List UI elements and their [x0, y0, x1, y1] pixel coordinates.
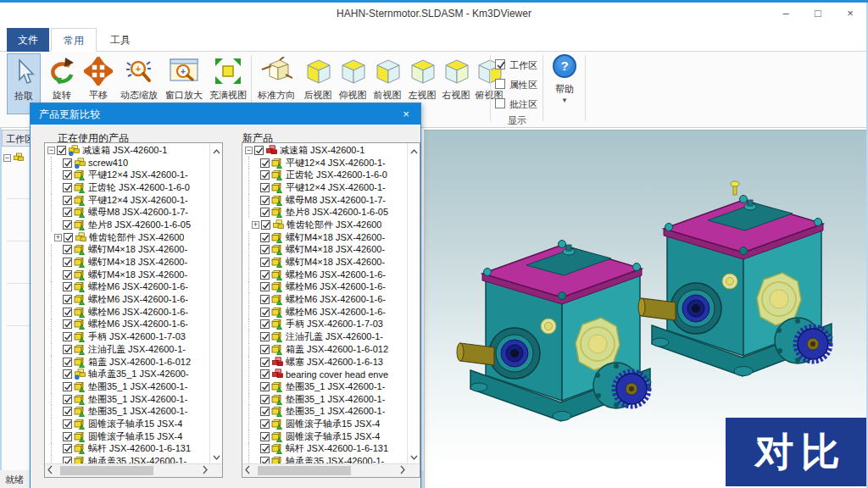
current-product-tree-item[interactable]: 正齿轮 JSX-42600-1-6-0	[46, 181, 209, 194]
current-product-tree-item[interactable]: 平键12×4 JSX-42600-1-	[46, 194, 209, 207]
new-product-tree-item[interactable]: 螺栓M6 JSX-42600-1-6-	[243, 281, 407, 294]
item-checkbox[interactable]	[260, 258, 270, 267]
viewport-3d[interactable]: 对比	[424, 130, 868, 488]
maximize-button[interactable]: □	[804, 3, 832, 25]
current-product-tree-item[interactable]: 螺栓M6 JSX-42600-1-6-	[46, 281, 209, 294]
current-product-tree-item[interactable]: 平键12×4 JSX-42600-1-	[46, 169, 209, 181]
item-checkbox[interactable]	[260, 395, 270, 404]
new-product-tree-item[interactable]: 垫圈35_1 JSX-42600-1-	[243, 380, 407, 393]
scroll-left-icon[interactable]	[47, 465, 53, 477]
item-checkbox[interactable]	[63, 270, 72, 280]
scrollbar-thumb[interactable]	[258, 466, 351, 475]
tree-expand-icon[interactable]: +	[252, 221, 259, 229]
tree-collapse-icon[interactable]: −	[245, 147, 253, 154]
tree-collapse-icon[interactable]: −	[47, 147, 55, 154]
dialog-close-button[interactable]: ×	[397, 106, 415, 122]
item-checkbox[interactable]	[260, 196, 270, 205]
current-product-tree-item[interactable]: 垫圈35_1 JSX-42600-1-	[46, 393, 209, 406]
current-product-tree-item[interactable]: 垫圈35_1 JSX-42600-1-	[46, 405, 209, 418]
properties-checkbox-row[interactable]: 属性区	[495, 76, 542, 96]
current-product-tree-item[interactable]: +锥齿轮部件 JSX-42600	[46, 231, 209, 244]
new-product-tree-item[interactable]: 平键12×4 JSX-42600-1-	[243, 157, 407, 169]
item-checkbox[interactable]	[63, 295, 72, 304]
item-checkbox[interactable]	[63, 457, 72, 463]
item-checkbox[interactable]	[260, 245, 270, 254]
item-checkbox[interactable]	[260, 444, 270, 453]
current-product-tree-item[interactable]: 注油孔盖 JSX-42600-1-	[46, 343, 209, 356]
item-checkbox[interactable]	[260, 233, 270, 242]
scroll-up-icon[interactable]	[408, 145, 420, 157]
current-product-tree-item[interactable]: 螺栓M6 JSX-42600-1-6-	[46, 293, 209, 306]
item-checkbox[interactable]	[260, 183, 270, 192]
minimize-button[interactable]: –	[771, 3, 800, 25]
current-product-tree-item[interactable]: 轴承盖35 JSX-42600-1-	[46, 455, 209, 463]
current-product-tree-item[interactable]: screw410	[46, 157, 209, 169]
workspace-tree-root[interactable]: −	[3, 152, 25, 164]
current-product-tree-item[interactable]: 螺钉M4×18 JSX-42600-	[46, 256, 209, 269]
scroll-right-icon[interactable]	[400, 465, 405, 477]
item-checkbox[interactable]	[63, 382, 72, 391]
current-product-tree-item[interactable]: 螺钉M4×18 JSX-42600-	[46, 244, 209, 257]
item-checkbox[interactable]	[260, 295, 270, 304]
new-product-tree-item[interactable]: 轴承盖35 JSX-42600-1-	[243, 455, 407, 463]
dialog-title-bar[interactable]: 产品更新比较 ×	[31, 103, 420, 125]
new-product-tree-item[interactable]: 平键12×4 JSX-42600-1-	[243, 181, 407, 194]
workspace-panel-tab[interactable]: 工作区	[2, 130, 33, 147]
new-product-tree-item[interactable]: +锥齿轮部件 JSX-42600	[243, 219, 407, 231]
right-view-button[interactable]: 右视图	[440, 53, 472, 125]
new-product-tree-item[interactable]: 垫片8 JSX-42600-1-6-05	[243, 206, 407, 219]
item-checkbox[interactable]	[63, 319, 72, 329]
item-checkbox[interactable]	[63, 432, 72, 441]
item-checkbox[interactable]	[63, 196, 72, 205]
new-product-tree-item[interactable]: 正齿轮 JSX-42600-1-6-0	[243, 169, 407, 181]
current-product-tree[interactable]: −减速箱 JSX-42600-1screw410平键12×4 JSX-42600…	[44, 142, 223, 478]
item-checkbox[interactable]	[260, 358, 270, 367]
item-checkbox[interactable]	[63, 170, 72, 180]
scroll-up-icon[interactable]	[210, 145, 222, 157]
item-checkbox[interactable]	[64, 233, 73, 242]
item-checkbox[interactable]	[63, 407, 72, 416]
item-checkbox[interactable]	[63, 208, 72, 217]
vertical-scrollbar[interactable]	[209, 143, 222, 464]
scroll-right-icon[interactable]	[203, 465, 208, 477]
new-product-tree-item[interactable]: 圆锥滚子轴承15 JSX-4	[243, 430, 407, 443]
item-checkbox[interactable]	[63, 245, 72, 254]
new-product-tree-item[interactable]: 垫圈35_1 JSX-42600-1-	[243, 393, 407, 406]
workspace-checkbox-row[interactable]: 工作区	[495, 57, 542, 76]
item-checkbox[interactable]	[260, 432, 270, 441]
item-checkbox[interactable]	[260, 208, 270, 217]
current-product-tree-item[interactable]: 螺母M8 JSX-42600-1-7-	[46, 206, 209, 219]
tab-common[interactable]: 常用	[51, 28, 97, 52]
item-checkbox[interactable]	[63, 258, 72, 267]
new-product-tree-item[interactable]: bearing cover head enve	[243, 368, 407, 380]
new-product-tree-item[interactable]: 垫圈35_1 JSX-42600-1-	[243, 405, 407, 418]
item-checkbox[interactable]	[63, 419, 72, 429]
item-checkbox[interactable]	[260, 332, 270, 341]
current-product-tree-item[interactable]: 螺栓M6 JSX-42600-1-6-	[46, 319, 209, 331]
new-product-tree-item[interactable]: 螺母M8 JSX-42600-1-7-	[243, 194, 407, 207]
annotation-checkbox-row[interactable]: 批注区	[495, 96, 542, 115]
new-product-tree-item[interactable]: 手柄 JSX-42600-1-7-03	[243, 319, 407, 331]
new-product-tree-item[interactable]: 螺钉M4×18 JSX-42600-	[243, 256, 407, 269]
tree-collapse-icon[interactable]: −	[3, 154, 11, 162]
item-checkbox[interactable]	[63, 183, 72, 192]
new-product-tree-item[interactable]: 圆锥滚子轴承15 JSX-4	[243, 418, 407, 430]
item-checkbox[interactable]	[260, 282, 270, 291]
properties-checkbox[interactable]	[495, 79, 505, 89]
horizontal-scrollbar[interactable]	[45, 463, 222, 477]
help-button[interactable]: ? 帮助 ▼	[546, 53, 583, 125]
scroll-down-icon[interactable]	[210, 451, 222, 463]
new-product-tree-item[interactable]: 注油孔盖 JSX-42600-1-	[243, 330, 407, 343]
item-checkbox[interactable]	[63, 395, 72, 404]
new-product-tree-item[interactable]: 螺塞 JSX-42600-1-6-13	[243, 356, 407, 369]
vertical-scrollbar[interactable]	[407, 143, 420, 464]
item-checkbox[interactable]	[260, 407, 270, 416]
workspace-checkbox[interactable]	[495, 59, 505, 69]
new-product-tree-item[interactable]: 蜗杆 JSX-42600-1-6-131	[243, 443, 407, 456]
item-checkbox[interactable]	[63, 220, 72, 230]
current-product-tree-item[interactable]: 圆锥滚子轴承15 JSX-4	[46, 430, 209, 443]
current-product-tree-item[interactable]: 螺钉M4×18 JSX-42600-	[46, 269, 209, 281]
item-checkbox[interactable]	[260, 345, 270, 354]
current-product-tree-item[interactable]: 轴承盖35_1 JSX-42600-	[46, 368, 209, 380]
item-checkbox[interactable]	[254, 146, 264, 155]
